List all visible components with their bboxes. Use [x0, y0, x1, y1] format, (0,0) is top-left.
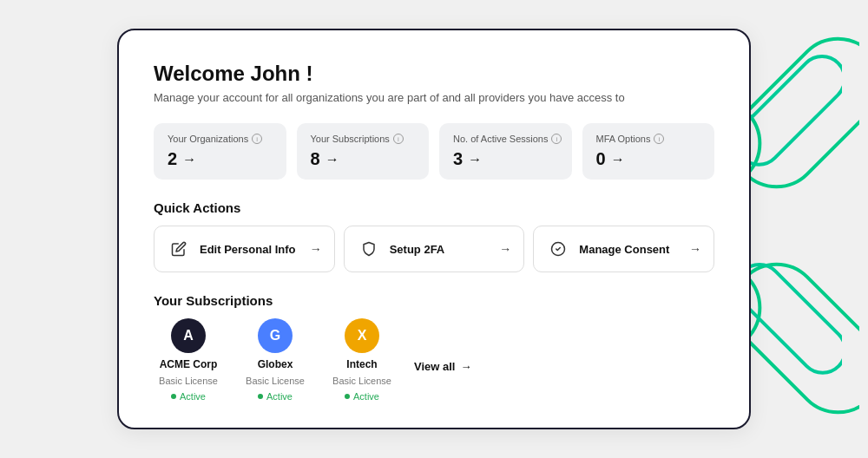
- page-wrapper: Welcome John ! Manage your account for a…: [0, 0, 868, 458]
- action-arrow-1: →: [499, 242, 511, 256]
- quick-actions-section: Quick Actions Edit Personal Info → Setup…: [154, 200, 714, 272]
- stat-label-1: Your Subscriptions i: [311, 134, 416, 144]
- sub-logo-0: A: [171, 318, 206, 353]
- quick-actions-row: Edit Personal Info → Setup 2FA → Manage …: [154, 226, 714, 272]
- stat-arrow-1: →: [326, 152, 339, 167]
- view-all-label: View all: [414, 360, 455, 373]
- subscriptions-title: Your Subscriptions: [154, 293, 714, 308]
- stat-arrow-0: →: [182, 152, 196, 167]
- stat-value-2: 3 →: [453, 149, 558, 169]
- action-icon-0: [167, 237, 191, 261]
- sub-name-2: Intech: [346, 358, 377, 370]
- sub-status-1: Active: [258, 391, 293, 402]
- action-label-0: Edit Personal Info: [200, 243, 296, 256]
- stat-info-icon-1: i: [393, 134, 404, 144]
- sub-plan-2: Basic License: [332, 376, 391, 386]
- action-arrow-0: →: [310, 242, 322, 256]
- action-btn-1[interactable]: Setup 2FA →: [344, 226, 525, 272]
- main-card: Welcome John ! Manage your account for a…: [117, 29, 751, 429]
- action-icon-2: [546, 237, 570, 261]
- action-icon-1: [357, 237, 381, 261]
- subscriptions-row: A ACME Corp Basic License Active G Globe…: [154, 318, 714, 402]
- action-label-2: Manage Consent: [579, 243, 669, 256]
- status-dot-1: [258, 394, 263, 399]
- action-arrow-2: →: [689, 242, 701, 256]
- welcome-header: Welcome John ! Manage your account for a…: [154, 62, 714, 104]
- stat-label-2: No. of Active Sessions i: [453, 134, 558, 144]
- stat-arrow-2: →: [468, 152, 482, 167]
- welcome-subtitle: Manage your account for all organization…: [154, 91, 714, 104]
- sub-name-1: Globex: [258, 358, 293, 370]
- status-dot-0: [171, 394, 176, 399]
- action-left-2: Manage Consent: [546, 237, 669, 261]
- action-label-1: Setup 2FA: [390, 243, 445, 256]
- view-all-button[interactable]: View all →: [414, 360, 471, 373]
- stat-arrow-3: →: [611, 152, 625, 167]
- quick-actions-title: Quick Actions: [154, 200, 714, 215]
- status-dot-2: [345, 394, 350, 399]
- subscriptions-section: Your Subscriptions A ACME Corp Basic Lic…: [154, 293, 714, 402]
- sub-name-0: ACME Corp: [160, 358, 218, 370]
- stat-info-icon-3: i: [654, 134, 664, 144]
- sub-item-2[interactable]: X Intech Basic License Active: [327, 318, 397, 402]
- stats-row: Your Organizations i 2 → Your Subscripti…: [154, 123, 714, 180]
- stat-label-3: MFA Options i: [596, 134, 701, 144]
- stat-value-0: 2 →: [168, 149, 273, 169]
- stat-card-1[interactable]: Your Subscriptions i 8 →: [297, 123, 430, 180]
- stat-card-2[interactable]: No. of Active Sessions i 3 →: [439, 123, 572, 180]
- sub-item-0[interactable]: A ACME Corp Basic License Active: [154, 318, 223, 402]
- action-left-1: Setup 2FA: [357, 237, 445, 261]
- sub-item-1[interactable]: G Globex Basic License Active: [240, 318, 310, 402]
- stat-label-0: Your Organizations i: [168, 134, 273, 144]
- view-all-arrow: →: [460, 360, 471, 373]
- stat-card-3[interactable]: MFA Options i 0 →: [582, 123, 715, 180]
- stat-card-0[interactable]: Your Organizations i 2 →: [154, 123, 286, 180]
- action-btn-0[interactable]: Edit Personal Info →: [154, 226, 335, 272]
- sub-logo-1: G: [258, 318, 293, 353]
- action-btn-2[interactable]: Manage Consent →: [533, 226, 714, 272]
- sub-plan-1: Basic License: [246, 376, 305, 386]
- welcome-title: Welcome John !: [154, 62, 714, 86]
- stat-value-3: 0 →: [596, 149, 701, 169]
- sub-logo-2: X: [345, 318, 379, 353]
- sub-status-2: Active: [345, 391, 379, 402]
- sub-status-0: Active: [171, 391, 206, 402]
- stat-info-icon-0: i: [252, 134, 262, 144]
- sub-plan-0: Basic License: [159, 376, 218, 386]
- action-left-0: Edit Personal Info: [167, 237, 296, 261]
- stat-info-icon-2: i: [551, 134, 562, 144]
- stat-value-1: 8 →: [311, 149, 416, 169]
